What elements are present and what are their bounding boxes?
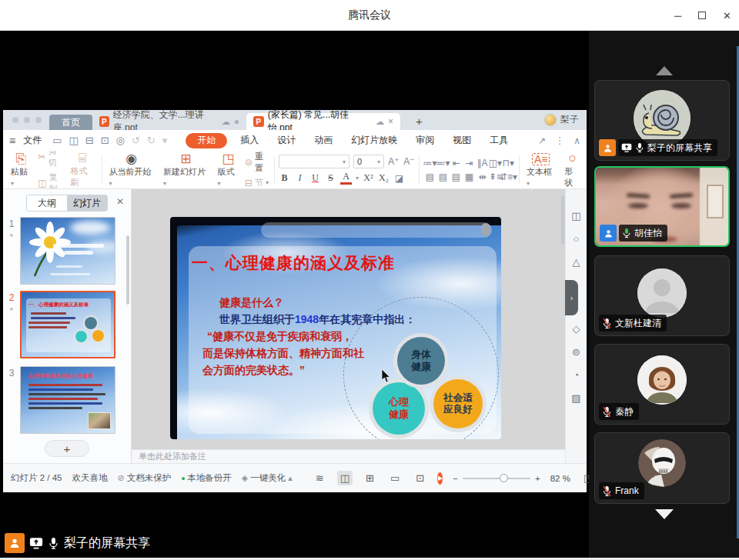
reset-button[interactable]: ⊜ 重置 [245,151,270,174]
tab-slides[interactable]: 幻灯片 [67,195,107,211]
slideshow-play-button[interactable]: ▶ [437,472,443,485]
settings-tool-icon[interactable]: ⊜ [572,347,580,357]
participant-tile-wenxin[interactable]: 文新杜建清 [594,255,730,336]
increase-indent-icon[interactable]: ⇥ [463,158,475,168]
presenter-view-icon[interactable]: ⊡ [413,471,427,485]
menu-animation[interactable]: 动画 [309,134,338,147]
close-button[interactable]: ✕ [723,11,731,21]
menu-view[interactable]: 视图 [447,134,477,147]
new-slide-button[interactable]: ⊞ 新建幻灯片 ▾ [160,152,212,188]
paste-button[interactable]: ⎘ 粘贴 ▾ [8,152,35,188]
align-right-icon[interactable]: ▤ [450,172,462,182]
collapse-ribbon-icon[interactable]: ∧ [573,135,580,146]
slide-3-thumbnail[interactable]: 心理学家杨凤池谈心理健康 [20,366,115,434]
font-color-button[interactable]: A [340,172,352,184]
new-tab-button[interactable]: + [411,112,427,130]
normal-view-icon[interactable]: ◫ [337,471,353,485]
menu-review[interactable]: 审阅 [410,134,440,147]
tab-close-icon[interactable]: × [388,116,393,127]
zoom-in-button[interactable]: + [535,474,540,483]
play-from-current-button[interactable]: ◉ 从当前开始 ▾ [106,152,158,188]
history-tool-icon[interactable]: ◔ [573,370,580,380]
object-layers-icon[interactable]: ◫ [571,211,580,221]
account-area[interactable]: 梨子 [544,113,579,126]
design-tool-icon[interactable]: △ [573,257,580,267]
doc-protect-status[interactable]: ⊘ 文档未保护 [117,472,171,484]
effects-tool-icon[interactable]: ◇ [573,324,580,334]
bullet-list-icon[interactable]: ≔▾ [423,158,436,168]
align-left-icon[interactable]: ▤ [424,172,436,182]
quick-caret-icon[interactable]: ▾ [162,135,168,146]
scroll-down-arrow[interactable] [655,509,674,519]
more-options-icon[interactable]: ⋮ [555,135,564,146]
tab-outline[interactable]: 大纲 [27,195,67,211]
undo-icon[interactable]: ↺ [132,135,140,146]
print-icon[interactable]: ⊟ [85,135,94,146]
hamburger-menu-icon[interactable]: ≡ [9,135,15,147]
export-icon[interactable]: ⊡ [101,135,109,146]
canvas-scrollbar[interactable] [561,195,564,245]
notes-view-icon[interactable]: ≋ [313,471,327,485]
bold-button[interactable]: B [279,172,290,184]
panel-scrollbar[interactable] [126,235,129,305]
text-direction-icon[interactable]: ∥A [477,158,488,168]
menu-start-active[interactable]: 开始 [186,133,227,148]
distribute-icon[interactable]: ⇹ [477,172,488,182]
slide-1-thumbnail[interactable] [20,217,115,285]
current-slide[interactable]: 一、心理健康的涵义及标准 健康是什么？ 世界卫生组织于1948年在其宪章中指出：… [170,217,501,439]
share-doc-icon[interactable]: ↗ [538,135,546,146]
line-spacing-icon[interactable]: ⇵≡▾ [500,172,517,182]
zoom-out-button[interactable]: − [453,474,458,483]
image-tool-icon[interactable]: ▨ [571,393,580,403]
decrease-font-icon[interactable]: A⁻ [403,157,415,166]
columns-icon[interactable]: ◫▾ [489,158,502,168]
menu-insert[interactable]: 插入 [235,134,264,147]
superscript-button[interactable]: X² [363,172,374,184]
subscript-button[interactable]: X₂ [378,172,390,184]
shape-button[interactable]: ○ 形状 [561,151,584,189]
underline-button[interactable]: U [309,172,321,184]
panel-close-icon[interactable]: ✕ [116,196,124,207]
section-button[interactable]: ⊟ 节 ▾ [245,177,270,188]
align-center-icon[interactable]: ▤ [437,172,449,182]
menu-slideshow[interactable]: 幻灯片放映 [346,134,403,147]
zoom-slider[interactable] [463,478,530,479]
shapes-tool-icon[interactable]: ○ [573,234,580,244]
participant-tile-frank[interactable]: Frank [594,432,730,504]
theme-name[interactable]: 欢天喜地 [72,472,107,484]
menu-design[interactable]: 设计 [272,134,301,147]
tab-document-1[interactable]: P 经济学院、文学...理讲座.ppt ☁ ● [92,113,246,130]
cut-button[interactable]: ✂ 剪切 [38,151,64,168]
layout-button[interactable]: ◳ 版式 ▾ [215,152,242,188]
strikethrough-button[interactable]: S [325,172,336,184]
backup-status[interactable]: ● 本地备份开 [181,472,231,484]
reading-view-icon[interactable]: ▭ [387,471,403,485]
increase-font-icon[interactable]: A⁺ [388,157,400,166]
save-icon[interactable]: ◫ [69,135,78,146]
text-box-button[interactable]: A≡ 文本框 ▾ [523,152,559,188]
clear-format-icon[interactable]: ◪ [393,174,405,183]
participant-tile-qinjing[interactable]: 秦静 [594,344,730,425]
add-slide-button[interactable]: + [45,440,89,457]
redo-icon[interactable]: ↻ [147,135,155,146]
expand-panel-handle[interactable]: › [565,280,578,315]
format-painter-button[interactable]: ⌸ 格式刷 [68,151,98,189]
preview-icon[interactable]: ◎ [116,135,125,146]
numbered-list-icon[interactable]: ≕▾ [436,158,450,168]
notes-bar[interactable]: 单击此处添加备注 [132,449,565,463]
slide-2-thumbnail-selected[interactable]: 一、心理健康的涵义及标准 [20,291,115,358]
participant-tile-hujiayi[interactable]: 胡佳怡 [594,166,730,247]
scroll-up-arrow[interactable] [656,66,673,75]
text-align-top-icon[interactable]: ⊓▾ [503,158,514,168]
tab-home[interactable]: 首页 [49,115,92,130]
tab-document-2-active[interactable]: P (家长篇) 常见...胡佳怡.ppt ☁ × [246,113,400,130]
copy-button[interactable]: ◫ 复制 [38,172,64,190]
decrease-indent-icon[interactable]: ⇤ [450,158,462,168]
italic-button[interactable]: I [294,172,306,184]
menu-file[interactable]: 文件 [23,134,42,147]
beautify-button[interactable]: ◈ 一键美化 ▴ [242,472,293,484]
justify-icon[interactable]: ▦ [463,172,475,182]
zoom-level[interactable]: 82 % [550,474,570,483]
font-family-combo[interactable]: ▾ [279,155,349,168]
zoom-slider-knob[interactable] [500,474,508,482]
